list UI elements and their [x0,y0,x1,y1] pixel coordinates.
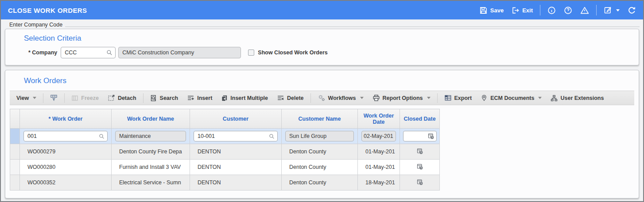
refresh-button[interactable] [627,5,637,15]
col-work-order-name[interactable]: Work Order Name [112,109,190,129]
table-row[interactable]: WO000279 Denton County Fire Depa DENTON … [10,144,440,160]
info-button[interactable] [547,5,557,15]
help-icon [564,6,572,15]
insert-row-icon [187,94,194,102]
view-menu-button[interactable]: View [12,93,40,103]
row-selector[interactable] [10,144,20,160]
save-label: Save [490,7,504,14]
qbe-filter-button[interactable] [46,92,62,103]
work-order-date-cell: 18-May-201 [358,175,400,191]
exit-label: Exit [522,7,533,14]
hint-divider [65,27,640,27]
customer-lov-search-icon[interactable] [269,133,275,139]
calendar-clock-icon[interactable] [416,179,423,186]
insert-multiple-label: Insert Multiple [230,95,268,101]
insert-multiple-icon [221,95,228,102]
col-customer-name[interactable]: Customer Name [282,109,358,129]
row-selector[interactable] [10,175,20,191]
chevron-down-icon [427,97,431,99]
ecm-documents-button[interactable]: ECM Documents [477,92,546,103]
customer-input[interactable] [198,133,269,139]
calendar-clock-icon[interactable] [416,163,423,170]
freeze-icon [71,95,78,102]
exit-button[interactable]: Exit [511,6,534,15]
export-button[interactable]: Export [440,92,476,103]
customer-name-cell: Denton County [282,144,358,160]
work-order-date-value: 02-May-201 [364,133,393,139]
org-chart-icon [551,95,558,102]
row-selector[interactable] [10,129,20,144]
info-icon [547,6,556,15]
ecm-pin-icon [481,94,488,102]
export-table-icon [444,94,452,102]
notes-edit-button[interactable] [603,5,621,15]
work-order-name-cell: Denton County Fire Depa [112,144,190,160]
toolbar-separator [64,93,65,103]
export-label: Export [454,95,472,101]
warning-button[interactable] [579,5,590,15]
work-orders-table: * Work Order Work Order Name Customer Cu… [10,109,440,191]
work-order-cell: WO000279 [20,144,112,160]
row-selector[interactable] [10,160,20,175]
workflows-button[interactable]: Workflows [314,92,368,103]
table-row[interactable]: WO000280 Furnish and Install 3 VAV DENTO… [10,160,440,175]
view-label: View [16,95,29,101]
calendar-clock-icon[interactable] [427,133,435,140]
toolbar-separator [143,93,144,103]
delete-button[interactable]: Delete [273,92,308,103]
report-options-button[interactable]: Report Options [369,92,435,103]
app-header: CLOSE WORK ORDERS Save Exit [1,1,643,19]
work-order-lov-search-icon[interactable] [99,133,105,139]
work-order-cell: WO000280 [20,160,112,175]
chevron-down-icon [360,97,364,99]
header-divider [596,5,597,15]
company-code-input[interactable] [65,50,106,56]
table-row[interactable]: WO000352 Electrical Service - Sumn DENTO… [10,175,440,191]
company-lov-search-icon[interactable] [106,50,113,56]
calendar-clock-icon[interactable] [416,148,423,155]
customer-cell: DENTON [190,144,282,160]
insert-button[interactable]: Insert [183,92,216,103]
company-name-field: CMiC Construction Company [118,47,241,58]
table-header-row: * Work Order Work Order Name Customer Cu… [10,109,440,129]
col-closed-date[interactable]: Closed Date [400,109,440,129]
work-order-name-cell: Furnish and Install 3 VAV [112,160,190,175]
work-order-name-cell: Electrical Service - Sumn [112,175,190,191]
company-name-value: CMiC Construction Company [122,50,194,56]
status-hint-row: Enter Company Code [1,19,643,28]
refresh-icon [628,6,636,15]
user-extensions-button[interactable]: User Extensions [547,93,608,103]
work-order-name-value: Maintenance [119,133,151,139]
show-closed-checkbox[interactable] [248,50,254,56]
customer-cell: DENTON [190,160,282,175]
search-page-icon [150,95,157,102]
work-order-input[interactable] [27,133,99,139]
detach-label: Detach [118,95,136,101]
chevron-down-icon [538,97,542,99]
work-orders-panel: Work Orders View Fre [5,70,639,198]
delete-row-icon [277,94,284,102]
closed-date-input[interactable] [405,133,427,139]
work-order-cell: WO000352 [20,175,112,191]
save-button[interactable]: Save [479,6,504,15]
freeze-button: Freeze [67,93,103,103]
user-extensions-label: User Extensions [560,95,604,101]
row-selector-header [10,109,20,129]
insert-multiple-button[interactable]: Insert Multiple [217,93,272,103]
table-row-edit[interactable]: Maintenance [10,129,440,144]
ecm-documents-label: ECM Documents [490,95,534,101]
work-orders-toolbar: View Freeze [10,91,634,105]
help-button[interactable] [563,5,573,15]
col-work-order[interactable]: * Work Order [20,109,112,129]
customer-name-value: Sun Life Group [289,133,326,139]
workflows-label: Workflows [328,95,356,101]
col-customer[interactable]: Customer [190,109,282,129]
search-button[interactable]: Search [146,93,182,103]
filter-table-icon [50,94,58,102]
page-title: CLOSE WORK ORDERS [8,7,87,14]
closed-date-field-wrap [403,131,437,141]
col-work-order-date[interactable]: Work Order Date [358,109,400,129]
detach-button[interactable]: Detach [104,92,140,103]
selection-criteria-heading: Selection Criteria [5,29,639,47]
work-orders-heading: Work Orders [5,70,639,91]
